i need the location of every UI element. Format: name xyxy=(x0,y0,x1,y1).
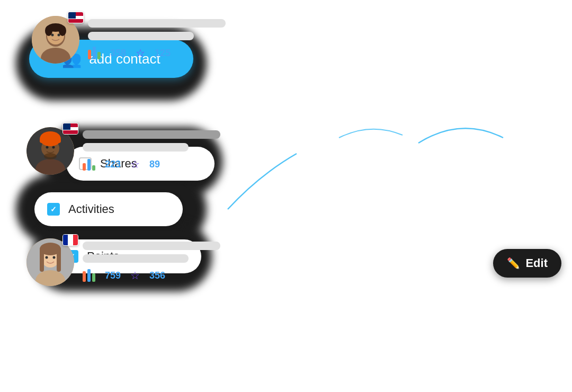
flag-us-2 xyxy=(62,123,78,135)
stars-count-1: 125 xyxy=(155,48,171,59)
name-bar-2 xyxy=(83,130,220,139)
edit-icon: ✏️ xyxy=(507,257,520,270)
svg-point-7 xyxy=(45,25,52,36)
stats-row-1: 358 ☆ 125 xyxy=(88,47,226,59)
user-info-2: 223 ☆ 89 xyxy=(83,127,220,171)
flag-us-1 xyxy=(68,12,84,23)
svg-rect-23 xyxy=(40,248,44,272)
stats-row-2: 223 ☆ 89 xyxy=(83,158,220,171)
stars-count-2: 89 xyxy=(149,159,160,170)
star-icon-1: ☆ xyxy=(136,47,145,59)
bars-count-2: 223 xyxy=(105,159,121,170)
bars-icon-1 xyxy=(88,47,101,59)
activities-label: Activities xyxy=(68,202,114,216)
detail-bar-1 xyxy=(88,32,194,40)
bars-icon-3 xyxy=(83,269,95,282)
flag-fr-3 xyxy=(62,234,78,246)
edit-label: Edit xyxy=(525,256,548,270)
star-icon-2: ☆ xyxy=(130,158,140,171)
avatar-wrap-3 xyxy=(26,238,74,286)
svg-rect-15 xyxy=(40,139,61,143)
detail-bar-2 xyxy=(83,143,189,152)
user-card-1: 358 ☆ 125 xyxy=(32,16,226,64)
stats-row-3: 759 ☆ 356 xyxy=(83,269,220,282)
detail-bar-3 xyxy=(83,254,189,263)
svg-point-12 xyxy=(46,146,49,149)
user-card-2: 223 ☆ 89 xyxy=(26,127,220,175)
svg-point-13 xyxy=(52,146,55,149)
bars-count-3: 759 xyxy=(105,270,121,281)
svg-point-16 xyxy=(44,153,57,159)
edit-button[interactable]: ✏️ Edit xyxy=(493,249,561,278)
user-info-1: 358 ☆ 125 xyxy=(88,16,226,59)
svg-point-8 xyxy=(59,25,66,36)
activities-checkbox[interactable] xyxy=(47,203,60,216)
name-bar-3 xyxy=(83,242,220,250)
star-icon-3: ☆ xyxy=(130,269,140,282)
user-card-3: 759 ☆ 356 xyxy=(26,238,220,286)
stars-count-3: 356 xyxy=(149,270,165,281)
svg-rect-24 xyxy=(57,248,61,272)
avatar-wrap-1 xyxy=(32,16,79,64)
svg-point-20 xyxy=(46,256,48,259)
avatar-wrap-2 xyxy=(26,127,74,175)
user-info-3: 759 ☆ 356 xyxy=(83,238,220,282)
bars-icon-2 xyxy=(83,158,95,171)
svg-point-21 xyxy=(53,256,56,259)
bars-count-1: 358 xyxy=(110,48,126,59)
activities-item[interactable]: Activities xyxy=(34,192,183,226)
name-bar-1 xyxy=(88,19,226,28)
